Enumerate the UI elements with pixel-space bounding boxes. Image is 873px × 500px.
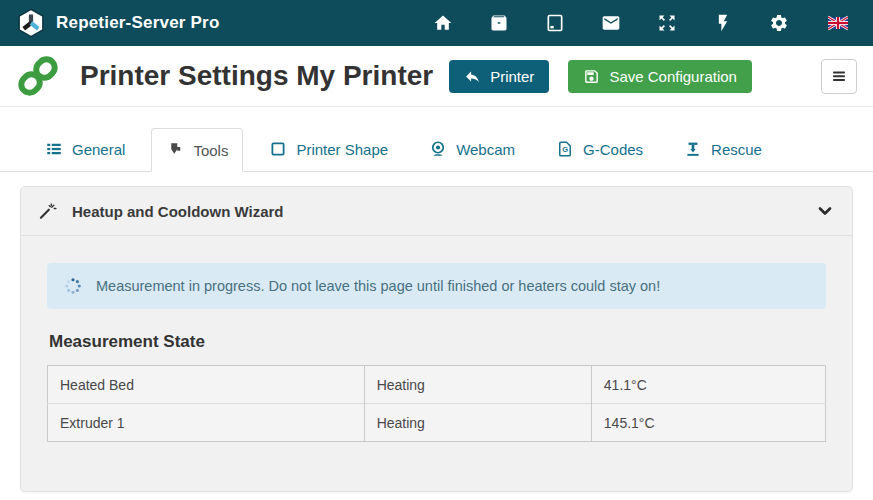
home-icon[interactable] [433, 13, 453, 33]
heater-temp-cell: 145.1°C [591, 404, 825, 442]
tab-label: Rescue [711, 141, 762, 158]
tab-printer-shape[interactable]: Printer Shape [254, 127, 403, 171]
brand[interactable]: Repetier-Server Pro [16, 8, 219, 38]
reply-arrow-icon [464, 68, 481, 85]
panel-title: Heatup and Cooldown Wizard [72, 203, 284, 220]
square-outline-icon [269, 140, 287, 158]
heater-name-cell: Extruder 1 [48, 404, 365, 442]
top-navbar: Repetier-Server Pro [0, 0, 873, 46]
list-icon [45, 140, 63, 158]
printer-button[interactable]: Printer [449, 60, 549, 93]
tab-label: Printer Shape [296, 141, 388, 158]
heater-status-cell: Heating [364, 404, 591, 442]
save-floppy-icon [583, 68, 600, 85]
measurement-state-title: Measurement State [49, 332, 826, 352]
printer-button-label: Printer [490, 68, 534, 85]
heater-temp-cell: 41.1°C [591, 366, 825, 404]
tab-label: General [72, 141, 125, 158]
lightning-icon[interactable] [713, 13, 733, 33]
hamburger-icon [830, 67, 848, 85]
navbar-icons [433, 13, 857, 33]
mail-icon[interactable] [601, 13, 621, 33]
webcam-icon [429, 140, 447, 158]
tab-rescue[interactable]: Rescue [669, 127, 777, 171]
save-button-label: Save Configuration [609, 68, 737, 85]
expand-icon[interactable] [657, 13, 677, 33]
spinner-icon [63, 276, 83, 296]
chevron-down-icon[interactable] [815, 201, 835, 221]
storage-box-icon[interactable] [489, 13, 509, 33]
tab-label: G-Codes [583, 141, 643, 158]
chain-link-icon [16, 54, 60, 98]
table-row: Heated Bed Heating 41.1°C [48, 366, 826, 404]
menu-button[interactable] [821, 59, 857, 94]
page-title: Printer Settings My Printer [80, 60, 433, 92]
tab-tools[interactable]: Tools [151, 128, 243, 172]
magic-wand-icon [38, 201, 58, 221]
tab-g-codes[interactable]: G G-Codes [541, 127, 658, 171]
gear-icon[interactable] [769, 13, 789, 33]
page-header: Printer Settings My Printer Printer Save… [0, 46, 873, 107]
tab-label: Tools [193, 142, 228, 159]
heatup-wizard-panel: Heatup and Cooldown Wizard [20, 186, 853, 492]
measurement-alert: Measurement in progress. Do not leave th… [47, 263, 826, 309]
panel-body: Measurement in progress. Do not leave th… [21, 236, 852, 491]
content-area: Heatup and Cooldown Wizard [0, 172, 873, 500]
tablet-icon[interactable] [545, 13, 565, 33]
printer-settings-page: Repetier-Server Pro [0, 0, 873, 500]
panel-header[interactable]: Heatup and Cooldown Wizard [21, 187, 852, 236]
extruder-tool-icon [166, 141, 184, 159]
brand-name: Repetier-Server Pro [56, 13, 219, 33]
svg-text:G: G [562, 145, 568, 154]
settings-tabs: General Tools Printer Shape Webcam [0, 107, 873, 172]
tab-general[interactable]: General [30, 127, 140, 171]
heater-status-cell: Heating [364, 366, 591, 404]
gcode-file-icon: G [556, 140, 574, 158]
language-flag-icon[interactable] [825, 13, 851, 33]
tab-webcam[interactable]: Webcam [414, 127, 530, 171]
extruder-bed-icon [684, 140, 702, 158]
heater-name-cell: Heated Bed [48, 366, 365, 404]
repetier-logo-icon [16, 8, 46, 38]
save-configuration-button[interactable]: Save Configuration [568, 60, 752, 93]
alert-text: Measurement in progress. Do not leave th… [96, 278, 660, 294]
measurement-state-table: Heated Bed Heating 41.1°C Extruder 1 Hea… [47, 365, 826, 442]
table-row: Extruder 1 Heating 145.1°C [48, 404, 826, 442]
tab-label: Webcam [456, 141, 515, 158]
